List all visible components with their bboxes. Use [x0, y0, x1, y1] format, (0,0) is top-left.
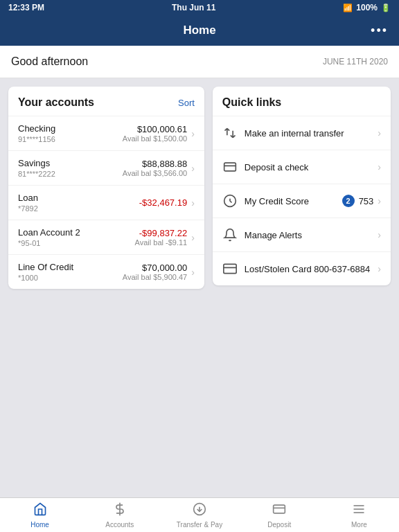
tab-deposit[interactable]: Deposit [240, 498, 319, 532]
account-number: *1000 [18, 274, 73, 282]
svg-rect-0 [224, 163, 236, 171]
svg-rect-3 [224, 264, 236, 273]
quick-links-header: Quick links [213, 87, 391, 116]
quick-link-label: Deposit a check [245, 162, 309, 172]
credit-score-icon [222, 193, 238, 209]
chevron-right-icon: › [191, 128, 195, 139]
account-number: *7892 [18, 204, 38, 213]
home-tab-icon [33, 502, 47, 520]
account-balance: -$32,467.19 [139, 197, 187, 208]
quick-link-item[interactable]: Manage Alerts› [213, 218, 391, 251]
card-icon [222, 261, 238, 276]
accounts-card: Your accounts Sort Checking91****1156$10… [8, 87, 204, 289]
greeting-text: Good afternoon [11, 55, 88, 68]
tab-accounts[interactable]: Accounts [80, 498, 159, 532]
more-button[interactable]: ••• [371, 24, 388, 38]
quick-link-label: My Credit Score [245, 196, 309, 206]
account-avail-balance: Avail bal $1,500.00 [123, 134, 187, 143]
chevron-right-icon: › [378, 161, 381, 172]
chevron-right-icon: › [191, 267, 195, 278]
tab-label: Accounts [105, 521, 134, 529]
account-number: 81****2222 [18, 170, 55, 178]
account-item[interactable]: Checking91****1156$100,000.61Avail bal $… [8, 116, 204, 150]
account-name: Savings [18, 158, 55, 168]
quick-links-card: Quick links Make an internal transfer›De… [213, 87, 391, 285]
status-indicators: 📶 100% 🔋 [343, 3, 391, 12]
deposit-tab-icon [272, 502, 286, 520]
quick-link-item[interactable]: Lost/Stolen Card 800-637-6884› [213, 251, 391, 285]
account-number: *95-01 [18, 239, 80, 247]
quick-link-item[interactable]: Deposit a check› [213, 150, 391, 184]
svg-rect-8 [274, 505, 285, 513]
chevron-right-icon: › [378, 263, 381, 274]
account-name: Checking [18, 123, 55, 134]
account-item[interactable]: Loan Account 2*95-01-$99,837.22Avail bal… [8, 220, 204, 254]
transfer-icon [222, 125, 238, 141]
tab-label: Home [30, 521, 49, 529]
quick-links-list: Make an internal transfer›Deposit a chec… [213, 116, 391, 285]
status-time: 12:33 PM [8, 3, 44, 12]
account-item[interactable]: Line Of Credit*1000$70,000.00Avail bal $… [8, 254, 204, 289]
chevron-right-icon: › [378, 195, 381, 206]
account-balance: $88,888.88 [142, 159, 187, 169]
credit-score-value: 753 [359, 196, 374, 206]
tab-home[interactable]: Home [0, 498, 80, 532]
sort-button[interactable]: Sort [178, 98, 195, 108]
battery-icon: 🔋 [381, 3, 391, 12]
nav-bar: Home ••• [0, 15, 399, 46]
deposit-check-icon [222, 159, 238, 175]
accounts-title: Your accounts [18, 96, 94, 109]
quick-link-item[interactable]: Make an internal transfer› [213, 116, 391, 150]
accounts-list: Checking91****1156$100,000.61Avail bal $… [8, 116, 204, 289]
chevron-right-icon: › [191, 163, 195, 174]
account-balance: $70,000.00 [142, 263, 187, 273]
status-bar: 12:33 PM Thu Jun 11 📶 100% 🔋 [0, 0, 399, 15]
account-avail-balance: Avail bal $5,900.47 [123, 273, 187, 281]
nav-title: Home [183, 24, 215, 37]
tab-label: Deposit [267, 521, 291, 529]
account-name: Loan Account 2 [18, 227, 80, 238]
greeting-bar: Good afternoon JUNE 11TH 2020 [0, 46, 399, 78]
battery-percentage: 100% [356, 3, 378, 12]
account-avail-balance: Avail bal $3,566.00 [123, 169, 187, 177]
quick-link-label: Manage Alerts [245, 230, 302, 240]
account-name: Line Of Credit [18, 262, 73, 272]
account-item[interactable]: Loan*7892-$32,467.19› [8, 185, 204, 220]
chevron-right-icon: › [191, 197, 195, 209]
more-tab-icon [352, 502, 366, 520]
tab-bar: HomeAccountsTransfer & PayDepositMore [0, 497, 399, 532]
quick-link-item[interactable]: My Credit Score2753› [213, 184, 391, 218]
accounts-card-header: Your accounts Sort [8, 87, 204, 116]
wifi-icon: 📶 [343, 3, 353, 12]
chevron-right-icon: › [378, 127, 381, 139]
quick-links-title: Quick links [222, 96, 281, 109]
account-name: Loan [18, 193, 38, 203]
tab-label: More [351, 521, 367, 529]
quick-link-label: Make an internal transfer [245, 128, 344, 139]
tab-more[interactable]: More [319, 498, 399, 532]
status-day: Thu Jun 11 [172, 3, 215, 12]
transfer-&-pay-tab-icon [193, 502, 206, 520]
bell-icon [222, 227, 238, 242]
chevron-right-icon: › [378, 229, 381, 240]
notification-badge: 2 [342, 195, 355, 207]
main-content: Your accounts Sort Checking91****1156$10… [0, 78, 399, 297]
account-avail-balance: Avail bal -$9.11 [135, 238, 188, 247]
tab-bar-items: HomeAccountsTransfer & PayDepositMore [0, 498, 399, 532]
greeting-date: JUNE 11TH 2020 [323, 57, 388, 66]
account-balance: -$99,837.22 [139, 228, 187, 238]
account-item[interactable]: Savings81****2222$88,888.88Avail bal $3,… [8, 150, 204, 185]
quick-link-label: Lost/Stolen Card 800-637-6884 [245, 264, 370, 274]
tab-label: Transfer & Pay [177, 521, 222, 529]
tab-transfer-&-pay[interactable]: Transfer & Pay [159, 498, 239, 532]
chevron-right-icon: › [191, 232, 195, 243]
accounts-tab-icon [113, 502, 127, 520]
account-balance: $100,000.61 [137, 124, 187, 134]
cards-row: Your accounts Sort Checking91****1156$10… [8, 87, 391, 289]
account-number: 91****1156 [18, 135, 55, 143]
